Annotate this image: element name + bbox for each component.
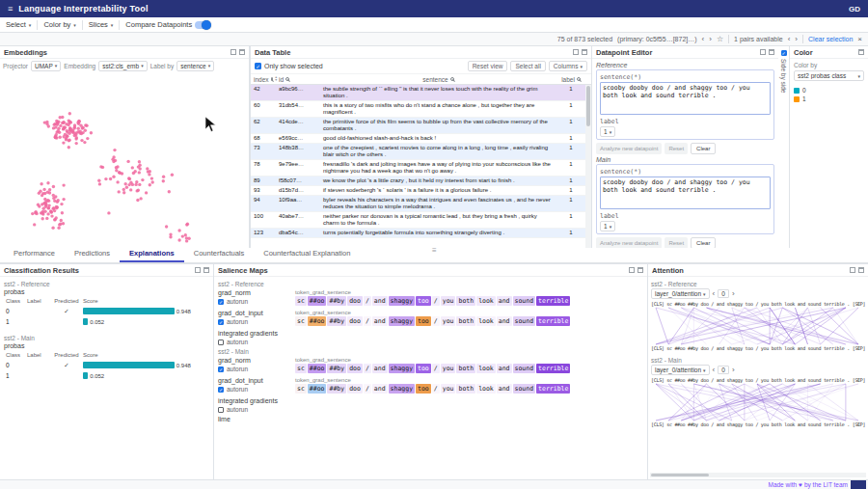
table-row[interactable]: 68e569cc…good old-fashioned slash-and-ha… xyxy=(251,134,585,144)
attention-scrollbar[interactable] xyxy=(650,473,866,477)
column-header-label[interactable]: label xyxy=(556,76,585,83)
salience-token[interactable]: / xyxy=(432,384,440,394)
salience-token[interactable]: look xyxy=(476,316,496,326)
analyze-button[interactable]: Analyze new datapoint xyxy=(596,237,662,248)
maximize-icon[interactable] xyxy=(239,49,245,55)
column-header-index[interactable]: index ▲▼ xyxy=(251,76,276,83)
layer-select[interactable]: layer_0/attention ▾ xyxy=(651,288,710,299)
popout-icon[interactable] xyxy=(629,267,635,273)
salience-token[interactable]: sound xyxy=(513,384,536,394)
salience-token[interactable]: shaggy xyxy=(389,364,415,373)
search-icon[interactable] xyxy=(271,77,273,81)
salience-token[interactable]: shaggy xyxy=(389,296,415,306)
table-row[interactable]: 10040abe7…neither parker nor donovan is … xyxy=(251,212,585,229)
head-prev-button[interactable]: ‹ xyxy=(713,290,716,298)
clear-button[interactable]: Clear xyxy=(691,237,716,248)
tab-counterfactual-explanation[interactable]: Counterfactual Explanation xyxy=(254,247,360,262)
salience-token[interactable]: both xyxy=(456,384,475,394)
salience-token[interactable]: both xyxy=(456,364,475,373)
salience-token[interactable]: you xyxy=(441,364,456,373)
label-by-select[interactable]: sentence ▾ xyxy=(176,61,214,71)
prev-pair-button[interactable]: ‹ xyxy=(788,36,791,43)
head-next-button[interactable]: › xyxy=(732,367,735,374)
salience-token[interactable]: doo xyxy=(347,384,363,394)
salience-token[interactable]: too xyxy=(416,316,431,326)
salience-token[interactable]: / xyxy=(432,364,440,373)
maximize-icon[interactable] xyxy=(582,49,587,55)
favorite-icon[interactable]: ☆ xyxy=(717,36,723,43)
salience-token[interactable]: look xyxy=(476,364,496,373)
salience-token[interactable]: shaggy xyxy=(389,384,415,394)
table-row[interactable]: 9410f9aa…byler reveals his characters in… xyxy=(251,196,585,212)
popout-icon[interactable] xyxy=(195,267,201,273)
close-icon[interactable]: × xyxy=(857,36,862,43)
autorun-checkbox[interactable]: autorun xyxy=(218,339,295,345)
table-row[interactable]: 62414cde…the primitive force of this fil… xyxy=(251,118,585,134)
color-by-menu[interactable]: Color by ▾ xyxy=(43,20,75,29)
salience-token[interactable]: / xyxy=(364,384,371,394)
salience-token[interactable]: and xyxy=(497,316,512,326)
reset-view-button[interactable]: Reset view xyxy=(468,61,508,71)
salience-token[interactable]: and xyxy=(497,296,512,306)
next-datapoint-button[interactable]: › xyxy=(709,36,712,43)
tab-performance[interactable]: Performance xyxy=(4,247,65,262)
salience-token[interactable]: terrible xyxy=(536,316,570,326)
salience-token[interactable]: ##oo xyxy=(308,296,327,306)
salience-token[interactable]: sc xyxy=(295,296,307,306)
autorun-checkbox[interactable]: ✓autorun xyxy=(218,386,295,393)
salience-token[interactable]: doo xyxy=(347,316,363,326)
salience-token[interactable]: and xyxy=(372,364,388,373)
salience-token[interactable]: / xyxy=(432,296,440,306)
salience-token[interactable]: sound xyxy=(513,316,536,326)
maximize-icon[interactable] xyxy=(769,49,774,55)
salience-token[interactable]: / xyxy=(364,296,371,306)
slices-menu[interactable]: Slices ▾ xyxy=(89,20,114,29)
analyze-button[interactable]: Analyze new datapoint xyxy=(596,143,662,154)
popout-icon[interactable] xyxy=(231,49,236,55)
tab-explanations[interactable]: Explanations xyxy=(120,247,184,262)
reset-button[interactable]: Reset xyxy=(665,143,688,154)
maximize-icon[interactable] xyxy=(203,267,209,273)
salience-token[interactable]: terrible xyxy=(536,384,570,394)
salience-token[interactable]: and xyxy=(372,296,388,306)
salience-token[interactable]: doo xyxy=(347,364,363,373)
salience-token[interactable]: too xyxy=(416,384,431,394)
projector-select[interactable]: UMAP ▾ xyxy=(31,61,61,71)
salience-token[interactable]: sc xyxy=(295,316,307,326)
only-show-selected-checkbox[interactable]: ✓ Only show selected xyxy=(255,63,323,69)
salience-token[interactable]: you xyxy=(441,296,456,306)
compare-datapoints-toggle[interactable] xyxy=(195,21,210,29)
search-icon[interactable] xyxy=(577,77,581,81)
popout-icon[interactable] xyxy=(573,49,579,55)
salience-token[interactable]: terrible xyxy=(536,296,570,306)
sentence-textarea[interactable]: scooby dooby doo / and shaggy too / you … xyxy=(600,177,771,209)
table-row[interactable]: 6031db54…this is a story of two misfits … xyxy=(251,101,585,118)
table-row[interactable]: 123dba54c…turns potentially forgettable … xyxy=(251,229,585,238)
autorun-checkbox[interactable]: ✓autorun xyxy=(218,366,295,372)
tab-counterfactuals[interactable]: Counterfactuals xyxy=(184,247,255,262)
reset-button[interactable]: Reset xyxy=(665,237,688,248)
salience-token[interactable]: sound xyxy=(513,296,536,306)
head-prev-button[interactable]: ‹ xyxy=(713,367,716,374)
popout-icon[interactable] xyxy=(850,267,855,273)
select-all-button[interactable]: Select all xyxy=(510,61,545,71)
popout-icon[interactable] xyxy=(760,49,766,55)
column-header-sentence[interactable]: sentence xyxy=(320,76,556,83)
menu-icon[interactable]: ≡ xyxy=(8,4,13,14)
search-icon[interactable] xyxy=(450,77,454,81)
salience-token[interactable]: both xyxy=(456,316,475,326)
salience-token[interactable]: and xyxy=(497,384,512,394)
autorun-checkbox[interactable]: ✓autorun xyxy=(218,318,295,325)
embedding-select[interactable]: sst2:cls_emb ▾ xyxy=(98,61,147,71)
scrollbar-thumb[interactable] xyxy=(586,86,590,126)
side-by-side-checkbox[interactable]: ✓ xyxy=(781,50,787,56)
autorun-checkbox[interactable]: autorun xyxy=(218,406,295,413)
salience-token[interactable]: ##by xyxy=(327,296,346,306)
salience-token[interactable]: and xyxy=(497,364,512,373)
prev-datapoint-button[interactable]: ‹ xyxy=(702,36,705,43)
salience-token[interactable]: sc xyxy=(295,384,307,394)
label-select[interactable]: 1 ▾ xyxy=(600,221,615,231)
salience-token[interactable]: ##oo xyxy=(308,384,327,394)
salience-token[interactable]: shaggy xyxy=(389,316,415,326)
maximize-icon[interactable] xyxy=(637,267,643,273)
